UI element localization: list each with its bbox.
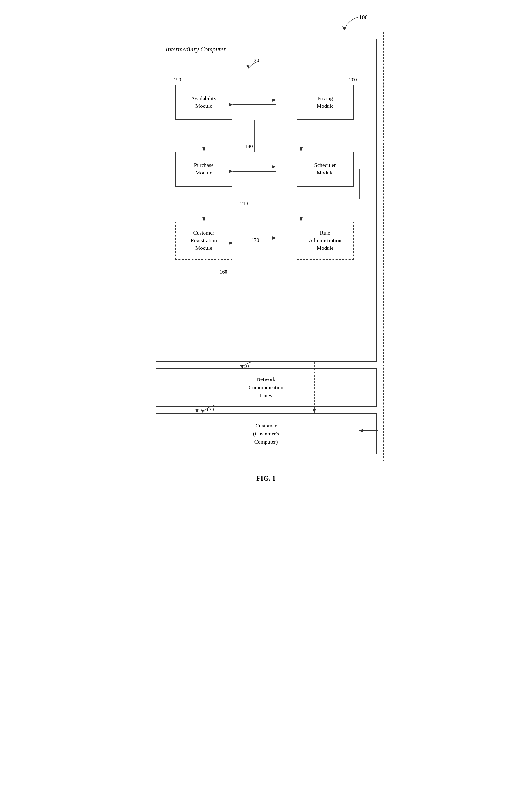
inner-container: Intermediary Computer AvailabilityModule… bbox=[156, 39, 377, 362]
customer-box: Customer(Customer'sComputer) bbox=[156, 413, 377, 455]
label-120-text: 120 bbox=[251, 58, 259, 63]
arrow-150-svg bbox=[235, 360, 261, 370]
network-label: NetworkCommunicationLines bbox=[249, 376, 284, 398]
outer-container: Intermediary Computer AvailabilityModule… bbox=[149, 32, 384, 462]
label-210: 210 bbox=[241, 201, 248, 207]
network-area: 150 NetworkCommunicationLines bbox=[156, 368, 377, 407]
svg-marker-23 bbox=[246, 65, 250, 68]
diagram-arrows-svg bbox=[166, 59, 366, 352]
label-200: 200 bbox=[349, 77, 357, 82]
diagram-area: AvailabilityModule PricingModule Purchas… bbox=[166, 59, 366, 352]
network-box: NetworkCommunicationLines bbox=[156, 368, 377, 407]
arrow-100-svg bbox=[339, 16, 365, 33]
figure-caption: FIG. 1 bbox=[256, 474, 276, 482]
label-160: 160 bbox=[220, 269, 227, 275]
label-190: 190 bbox=[174, 77, 182, 82]
intermediary-computer-label: Intermediary Computer bbox=[166, 46, 366, 53]
label-180: 180 bbox=[245, 144, 253, 149]
page: 100 Intermediary Computer AvailabilityMo… bbox=[136, 13, 396, 482]
arrow-130-svg bbox=[197, 404, 222, 415]
svg-marker-27 bbox=[201, 409, 204, 412]
customer-label: Customer(Customer'sComputer) bbox=[253, 423, 279, 445]
customer-area: 130 Customer(Customer'sComputer) bbox=[156, 413, 377, 455]
label-170: 170 bbox=[251, 237, 259, 243]
